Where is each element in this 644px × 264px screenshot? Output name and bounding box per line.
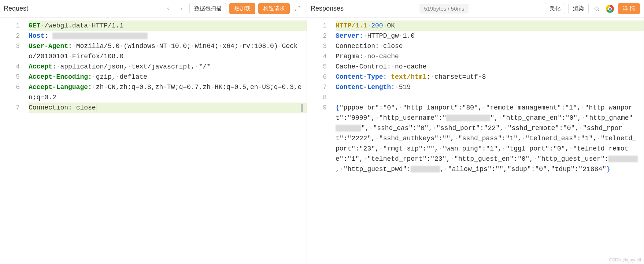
request-toolbar: Request 数据包扫描 热加载 构造请求: [0, 0, 307, 18]
svg-line-1: [598, 10, 599, 11]
code-line[interactable]: GET·/webgl.data·HTTP/1.1: [29, 21, 307, 31]
prev-arrow[interactable]: [163, 4, 173, 14]
detail-button[interactable]: 详 情: [618, 3, 640, 14]
response-title: Responses: [311, 5, 344, 12]
code-line[interactable]: Content-Type:·text/html;·charset=utf-8: [336, 72, 644, 82]
code-line[interactable]: Connection:·close: [29, 103, 307, 113]
censored-text: [608, 156, 638, 162]
request-title: Request: [4, 5, 28, 12]
render-button[interactable]: 渲染: [568, 3, 589, 14]
expand-icon[interactable]: [293, 4, 303, 14]
response-toolbar: Responses 519bytes / 50ms 美化 渲染 详 情: [307, 0, 644, 18]
search-icon[interactable]: [592, 4, 602, 14]
code-line[interactable]: [336, 92, 644, 103]
code-line[interactable]: Pragma:·no-cache: [336, 51, 644, 62]
code-line[interactable]: Connection:·close: [336, 41, 644, 51]
code-line[interactable]: Host:: [29, 31, 307, 41]
code-line[interactable]: User-Agent:·Mozilla/5.0·(Windows·NT·10.0…: [29, 41, 307, 62]
code-line[interactable]: {"pppoe_br":"0",·"http_lanport":"80",·"r…: [336, 103, 644, 174]
code-line[interactable]: Content-Length:·519: [336, 82, 644, 92]
request-editor[interactable]: 1234567 GET·/webgl.data·HTTP/1.1Host: Us…: [0, 18, 307, 264]
censored-text: [446, 115, 490, 121]
svg-point-0: [595, 7, 598, 10]
code-line[interactable]: Accept-Encoding:·gzip,·deflate: [29, 72, 307, 82]
response-code[interactable]: HTTP/1.1·200·OKServer:·HTTPD_gw·1.0Conne…: [332, 18, 644, 264]
scan-button[interactable]: 数据包扫描: [189, 3, 226, 14]
censored-text: [411, 166, 440, 172]
code-line[interactable]: Server:·HTTPD_gw·1.0: [336, 31, 644, 41]
request-code[interactable]: GET·/webgl.data·HTTP/1.1Host: User-Agent…: [25, 18, 307, 264]
response-editor[interactable]: 123456789 HTTP/1.1·200·OKServer:·HTTPD_g…: [307, 18, 644, 264]
response-panel: Responses 519bytes / 50ms 美化 渲染 详 情 1234…: [307, 0, 644, 264]
request-panel: Request 数据包扫描 热加载 构造请求 1234567 GET·/webg…: [0, 0, 307, 264]
code-line[interactable]: Accept-Language:·zh-CN,zh;q=0.8,zh-TW;q=…: [29, 82, 307, 103]
response-gutter: 123456789: [307, 18, 332, 264]
code-line[interactable]: Accept:·application/json,·text/javascrip…: [29, 62, 307, 72]
request-gutter: 1234567: [0, 18, 25, 264]
code-line[interactable]: HTTP/1.1·200·OK: [336, 21, 644, 31]
censored-text: [336, 125, 361, 131]
hotload-button[interactable]: 热加载: [229, 3, 255, 14]
code-line[interactable]: Cache-Control:·no-cache: [336, 62, 644, 72]
censored-text: [52, 33, 148, 39]
watermark: CSDN @gaynell: [609, 257, 641, 263]
response-status: 519bytes / 50ms: [419, 4, 469, 14]
beautify-button[interactable]: 美化: [545, 3, 565, 14]
next-arrow[interactable]: [176, 4, 186, 14]
build-request-button[interactable]: 构造请求: [258, 3, 290, 14]
chrome-icon[interactable]: [605, 4, 615, 14]
